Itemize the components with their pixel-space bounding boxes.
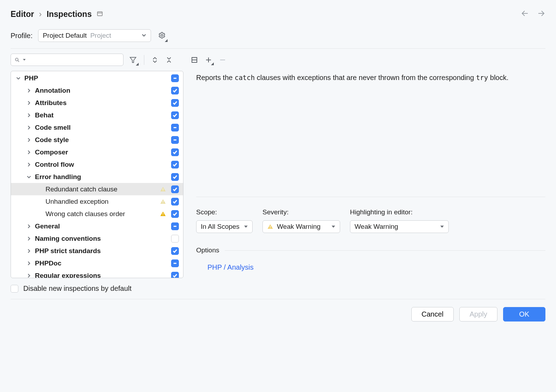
svg-rect-16 bbox=[163, 188, 163, 190]
profile-label: Profile: bbox=[11, 32, 32, 40]
tree-item-label: Behat bbox=[35, 111, 168, 119]
show-in-window-icon[interactable] bbox=[97, 10, 103, 19]
chevron-right-icon bbox=[36, 185, 43, 193]
collapse-all-button[interactable] bbox=[164, 55, 174, 65]
inspection-checkbox[interactable] bbox=[171, 99, 179, 107]
breadcrumb: Editor › Inspections bbox=[11, 10, 103, 19]
tree-item-label: Attributes bbox=[35, 99, 168, 107]
disable-new-inspections-label: Disable new inspections by default bbox=[23, 284, 132, 293]
ok-button[interactable]: OK bbox=[503, 307, 545, 321]
profile-settings-button[interactable] bbox=[157, 30, 167, 42]
inspection-checkbox[interactable] bbox=[171, 198, 179, 206]
warning-icon bbox=[160, 186, 166, 192]
tree-row[interactable]: Code smell bbox=[11, 121, 183, 134]
tree-row[interactable]: Naming conventions bbox=[11, 232, 183, 245]
svg-line-6 bbox=[18, 60, 19, 61]
profile-dropdown[interactable]: Project Default Project bbox=[38, 29, 151, 42]
add-button[interactable] bbox=[204, 55, 213, 65]
inspections-tree[interactable]: PHPAnnotationAttributesBehatCode smellCo… bbox=[11, 71, 183, 278]
search-input[interactable] bbox=[11, 54, 123, 66]
chevron-right-icon[interactable] bbox=[25, 272, 33, 278]
tree-item-label: PHP strict standards bbox=[35, 247, 168, 255]
tree-row[interactable]: Composer bbox=[11, 146, 183, 158]
inspection-checkbox[interactable] bbox=[171, 173, 179, 181]
scope-label: Scope: bbox=[196, 208, 253, 216]
tree-item-label: Code smell bbox=[35, 124, 168, 131]
options-link[interactable]: PHP / Analysis bbox=[196, 263, 545, 271]
chevron-right-icon[interactable] bbox=[25, 136, 33, 144]
chevron-right-icon[interactable] bbox=[25, 124, 33, 131]
tree-row[interactable]: Unhandled exception bbox=[11, 195, 183, 208]
tree-row[interactable]: Attributes bbox=[11, 97, 183, 109]
inspection-checkbox[interactable] bbox=[171, 111, 179, 119]
tree-item-label: Code style bbox=[35, 136, 168, 144]
inspection-checkbox[interactable] bbox=[171, 210, 179, 218]
expand-all-button[interactable] bbox=[150, 55, 160, 65]
remove-button[interactable] bbox=[218, 55, 228, 65]
tree-row[interactable]: PHP bbox=[11, 72, 183, 84]
chevron-right-icon[interactable] bbox=[25, 87, 33, 94]
svg-point-4 bbox=[161, 34, 163, 36]
tree-item-label: Composer bbox=[35, 148, 168, 156]
warning-icon bbox=[160, 211, 166, 217]
chevron-right-icon[interactable] bbox=[25, 247, 33, 255]
chevron-down-icon[interactable] bbox=[25, 173, 33, 181]
chevron-right-icon[interactable] bbox=[25, 235, 33, 243]
tree-item-label: PHPDoc bbox=[35, 259, 168, 267]
inspection-checkbox[interactable] bbox=[171, 272, 179, 278]
cancel-button[interactable]: Cancel bbox=[411, 307, 454, 321]
inspection-checkbox[interactable] bbox=[171, 247, 179, 255]
tree-item-label: Naming conventions bbox=[35, 235, 168, 243]
inspection-checkbox[interactable] bbox=[171, 74, 179, 82]
chevron-right-icon[interactable] bbox=[25, 259, 33, 267]
chevron-right-icon[interactable] bbox=[25, 99, 33, 107]
severity-label: Severity: bbox=[262, 208, 340, 216]
apply-button[interactable]: Apply bbox=[459, 307, 497, 321]
inspection-checkbox[interactable] bbox=[171, 161, 179, 169]
severity-dropdown[interactable]: Weak Warning bbox=[262, 220, 340, 233]
tree-row[interactable]: Regular expressions bbox=[11, 269, 183, 278]
chevron-right-icon[interactable] bbox=[25, 111, 33, 119]
chevron-down-icon[interactable] bbox=[14, 74, 22, 82]
tree-row[interactable]: PHPDoc bbox=[11, 257, 183, 269]
inspection-checkbox[interactable] bbox=[171, 185, 179, 193]
svg-rect-17 bbox=[163, 190, 163, 191]
tree-row[interactable]: Wrong catch clauses order bbox=[11, 208, 183, 220]
inspection-checkbox[interactable] bbox=[171, 235, 179, 243]
chevron-right-icon bbox=[36, 210, 43, 218]
dropdown-icon bbox=[331, 225, 336, 229]
chevron-right-icon[interactable] bbox=[25, 222, 33, 230]
tree-row[interactable]: Behat bbox=[11, 109, 183, 121]
tree-row[interactable]: Error handling bbox=[11, 171, 183, 183]
nav-forward-icon[interactable] bbox=[537, 9, 545, 19]
filter-button[interactable] bbox=[128, 55, 138, 65]
tree-row[interactable]: Annotation bbox=[11, 84, 183, 97]
inspection-checkbox[interactable] bbox=[171, 222, 179, 230]
tree-row[interactable]: General bbox=[11, 220, 183, 232]
inspection-checkbox[interactable] bbox=[171, 148, 179, 156]
tree-row[interactable]: Code style bbox=[11, 134, 183, 146]
chevron-right-icon[interactable] bbox=[25, 148, 33, 156]
svg-point-5 bbox=[16, 58, 18, 61]
scope-dropdown[interactable]: In All Scopes bbox=[196, 220, 253, 233]
inspection-checkbox[interactable] bbox=[171, 136, 179, 144]
tree-row[interactable]: Redundant catch clause bbox=[11, 183, 183, 195]
tree-item-label: Regular expressions bbox=[35, 272, 168, 278]
chevron-down-icon bbox=[141, 32, 146, 39]
reset-to-default-button[interactable] bbox=[189, 55, 199, 65]
inspection-checkbox[interactable] bbox=[171, 87, 179, 94]
tree-row[interactable]: Control flow bbox=[11, 158, 183, 171]
tree-item-label: Error handling bbox=[35, 173, 168, 181]
tree-item-label: General bbox=[35, 222, 168, 230]
highlighting-dropdown[interactable]: Weak Warning bbox=[350, 220, 449, 233]
svg-marker-7 bbox=[130, 57, 136, 62]
nav-back-icon[interactable] bbox=[521, 9, 529, 19]
tree-item-label: Redundant catch clause bbox=[46, 185, 160, 193]
tree-row[interactable]: PHP strict standards bbox=[11, 245, 183, 257]
chevron-right-icon[interactable] bbox=[25, 161, 33, 169]
disable-new-inspections-checkbox[interactable] bbox=[11, 285, 18, 293]
breadcrumb-parent[interactable]: Editor bbox=[11, 10, 34, 19]
inspection-checkbox[interactable] bbox=[171, 124, 179, 131]
tree-item-label: Unhandled exception bbox=[46, 198, 160, 206]
inspection-checkbox[interactable] bbox=[171, 259, 179, 267]
